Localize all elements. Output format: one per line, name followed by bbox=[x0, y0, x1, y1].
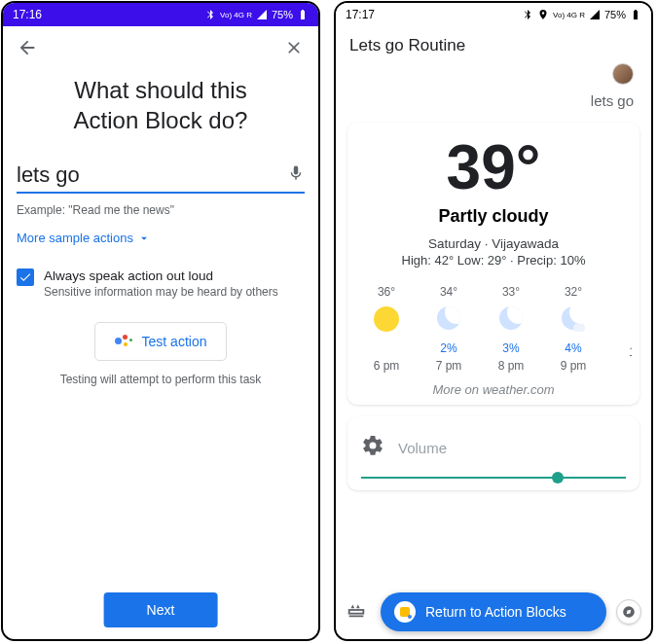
action-input-wrap bbox=[17, 157, 305, 194]
back-button[interactable] bbox=[15, 35, 40, 60]
explore-button[interactable] bbox=[616, 599, 641, 625]
hourly-time: 8 pm bbox=[480, 359, 542, 373]
status-time: 17:17 bbox=[346, 8, 375, 21]
close-button[interactable] bbox=[281, 35, 307, 60]
sun-icon bbox=[374, 306, 399, 332]
next-label: Next bbox=[147, 602, 175, 618]
hourly-time: 7 pm bbox=[418, 359, 480, 373]
hourly-time: 9 pm bbox=[542, 359, 604, 373]
status-right: Vo) 4G R 75% bbox=[204, 9, 309, 20]
title-line2: Action Block do? bbox=[74, 107, 248, 133]
chevron-down-icon bbox=[137, 232, 151, 245]
condition: Partly cloudy bbox=[355, 206, 632, 227]
status-right: Vo) 4G R 75% bbox=[522, 9, 641, 20]
avatar-row bbox=[336, 59, 651, 85]
arrow-left-icon bbox=[17, 37, 38, 58]
hourly-item: 36° 6 pm bbox=[355, 285, 418, 373]
volume-slider-thumb[interactable] bbox=[552, 472, 564, 483]
tray-icon[interactable] bbox=[346, 599, 371, 625]
status-time: 17:16 bbox=[13, 8, 42, 21]
bluetooth-icon bbox=[204, 9, 216, 20]
hourly-temp: 33° bbox=[480, 285, 542, 299]
hourly-temp: 36° bbox=[355, 285, 418, 299]
page-title: What should this Action Block do? bbox=[3, 69, 318, 157]
test-action-button[interactable]: Test action bbox=[94, 322, 228, 361]
next-button[interactable]: Next bbox=[104, 592, 218, 627]
location-icon bbox=[537, 9, 549, 20]
user-said: lets go bbox=[336, 85, 651, 117]
hourly-precip: 2% bbox=[418, 341, 480, 355]
user-avatar[interactable] bbox=[612, 63, 634, 85]
action-input[interactable] bbox=[17, 162, 287, 188]
action-blocks-icon bbox=[394, 601, 416, 623]
hourly-item: 33° 3% 8 pm bbox=[480, 285, 542, 373]
routine-title: Lets go Routine bbox=[336, 26, 651, 59]
volume-label: Volume bbox=[398, 440, 447, 456]
bottom-row: Return to Action Blocks bbox=[336, 592, 651, 631]
volume-card[interactable]: Volume bbox=[347, 416, 639, 490]
status-net: Vo) 4G R bbox=[220, 11, 252, 19]
moon-icon bbox=[499, 306, 523, 330]
more-sample-actions-link[interactable]: More sample actions bbox=[17, 231, 305, 245]
day-location: Saturday · Vijayawada bbox=[355, 236, 632, 251]
moon-icon bbox=[437, 306, 460, 330]
phone-right: 17:17 Vo) 4G R 75% Lets go Routine lets … bbox=[334, 1, 653, 641]
signal-icon bbox=[589, 9, 601, 20]
assistant-scroll[interactable]: 39° Partly cloudy Saturday · Vijayawada … bbox=[336, 117, 651, 502]
hourly-time: 10 bbox=[604, 345, 632, 359]
hourly-time: 6 pm bbox=[355, 359, 418, 373]
title-line1: What should this bbox=[74, 77, 246, 103]
high-low: High: 42° Low: 29° · Precip: 10% bbox=[355, 253, 632, 268]
checkbox-label: Always speak action out loud bbox=[44, 268, 278, 283]
status-battery-pct: 75% bbox=[604, 9, 626, 20]
example-text: Example: "Read me the news" bbox=[17, 203, 305, 217]
moon-cloud-icon bbox=[562, 306, 585, 330]
gear-icon bbox=[361, 434, 384, 461]
hourly-precip bbox=[604, 328, 632, 341]
hourly-item: 32° 4% 9 pm bbox=[542, 285, 604, 373]
hourly-precip bbox=[355, 341, 418, 355]
return-label: Return to Action Blocks bbox=[425, 604, 566, 620]
volume-slider[interactable] bbox=[361, 477, 626, 479]
check-icon bbox=[18, 270, 32, 284]
hourly-precip: 4% bbox=[542, 341, 604, 355]
assistant-icon bbox=[115, 333, 132, 350]
test-action-sub: Testing will attempt to perform this tas… bbox=[3, 373, 318, 386]
svg-rect-0 bbox=[349, 610, 364, 614]
mic-icon bbox=[287, 164, 305, 182]
topbar bbox=[3, 26, 318, 69]
hourly-temp: 32° bbox=[542, 285, 604, 299]
hourly-temp: 34° bbox=[418, 285, 480, 299]
battery-icon bbox=[630, 9, 641, 20]
checkbox-sublabel: Sensitive information may be heard by ot… bbox=[44, 285, 278, 299]
phone-left: 17:16 Vo) 4G R 75% What should this Acti… bbox=[1, 1, 320, 641]
status-net: Vo) 4G R bbox=[553, 11, 585, 19]
return-to-action-blocks-button[interactable]: Return to Action Blocks bbox=[381, 592, 606, 631]
test-action-label: Test action bbox=[142, 334, 207, 349]
speak-aloud-checkbox[interactable] bbox=[17, 268, 34, 286]
status-bar: 17:17 Vo) 4G R 75% bbox=[336, 3, 651, 26]
signal-icon bbox=[256, 9, 268, 20]
hourly-item: 34° 2% 7 pm bbox=[418, 285, 480, 373]
speak-aloud-row: Always speak action out loud Sensitive i… bbox=[17, 268, 305, 299]
compass-icon bbox=[622, 605, 636, 619]
sample-link-text: More sample actions bbox=[17, 231, 133, 245]
temperature: 39° bbox=[355, 136, 632, 198]
close-icon bbox=[284, 38, 304, 57]
weather-card[interactable]: 39° Partly cloudy Saturday · Vijayawada … bbox=[347, 123, 639, 405]
bluetooth-icon bbox=[522, 9, 533, 20]
more-weather-link[interactable]: More on weather.com bbox=[355, 382, 632, 397]
hourly-precip: 3% bbox=[480, 341, 542, 355]
status-bar: 17:16 Vo) 4G R 75% bbox=[3, 3, 318, 26]
mic-button[interactable] bbox=[287, 164, 305, 186]
battery-icon bbox=[297, 9, 309, 20]
status-battery-pct: 75% bbox=[272, 9, 293, 20]
hourly-item: 10 bbox=[604, 285, 632, 373]
hourly-forecast[interactable]: 36° 6 pm 34° 2% 7 pm 33° 3% 8 pm bbox=[355, 285, 632, 373]
